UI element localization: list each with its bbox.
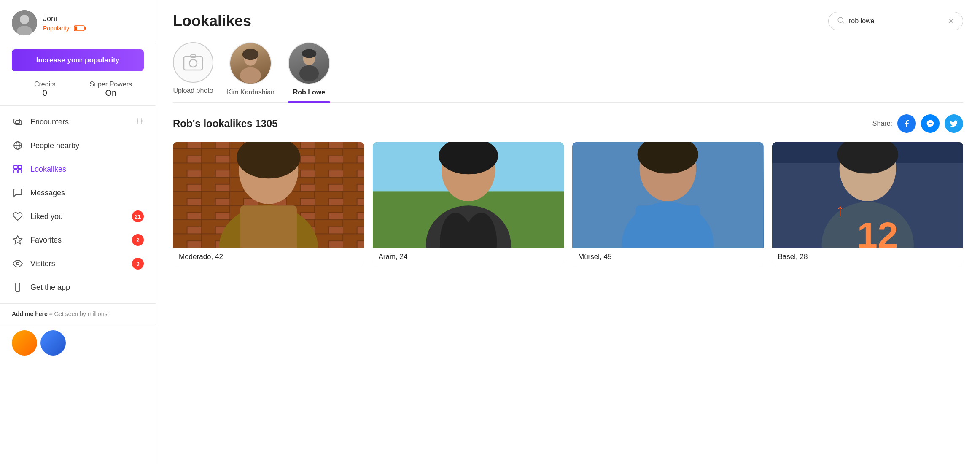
svg-rect-6: [14, 119, 20, 123]
sidebar-item-messages-label: Messages: [30, 189, 144, 197]
person-card-mursel-name: Mürsel, 45: [572, 248, 764, 266]
sidebar-item-liked-you[interactable]: Liked you 21: [0, 205, 156, 228]
share-messenger-button[interactable]: [921, 114, 940, 133]
svg-point-25: [838, 17, 843, 22]
sidebar-item-visitors-label: Visitors: [30, 259, 125, 268]
svg-rect-5: [75, 26, 77, 30]
sidebar-item-lookalikes[interactable]: Lookalikes: [0, 157, 156, 181]
nav-menu: Encounters People ne: [0, 106, 156, 304]
celeb-tabs: Upload photo Kim Kardashian: [173, 42, 963, 103]
share-label: Share:: [872, 120, 892, 127]
sidebar-item-encounters[interactable]: Encounters: [0, 110, 156, 134]
rob-lowe-label: Rob Lowe: [293, 89, 325, 96]
search-input[interactable]: [849, 17, 944, 25]
credits-label: Credits: [34, 81, 56, 88]
svg-rect-20: [18, 170, 22, 173]
person-card-moderado-photo: [173, 142, 364, 248]
person-card-moderado[interactable]: Moderado, 42: [173, 142, 364, 266]
favorites-badge: 2: [132, 234, 144, 246]
mini-avatar-blue: [40, 330, 66, 356]
svg-rect-58: [636, 205, 700, 248]
sidebar-item-liked-you-label: Liked you: [30, 212, 125, 221]
svg-point-28: [189, 59, 197, 67]
sidebar-item-favorites-label: Favorites: [30, 236, 125, 245]
svg-marker-21: [13, 236, 22, 244]
sidebar-item-people-nearby-label: People nearby: [30, 141, 144, 150]
visitors-badge: 9: [132, 258, 144, 270]
page-title: Lookalikes: [173, 12, 251, 30]
svg-point-22: [16, 262, 19, 265]
svg-point-37: [302, 49, 317, 58]
celeb-tab-rob[interactable]: Rob Lowe: [288, 42, 330, 102]
star-icon: [12, 234, 24, 246]
profile-info: Joni Popularity:: [43, 14, 86, 32]
credits-item: Credits 0: [12, 81, 78, 98]
search-clear-button[interactable]: ✕: [948, 16, 954, 26]
results-title: Rob's lookalikes 1305: [173, 118, 278, 129]
superpowers-value: On: [105, 88, 116, 98]
person-card-aram-name: Aram, 24: [373, 248, 564, 266]
person-card-basel-name: Basel, 28: [772, 248, 964, 266]
person-card-mursel[interactable]: Mürsel, 45: [572, 142, 764, 266]
svg-rect-17: [14, 165, 17, 169]
search-box[interactable]: ✕: [828, 12, 963, 30]
sidebar-item-encounters-label: Encounters: [30, 118, 129, 127]
svg-rect-7: [16, 121, 22, 125]
card-icon: [12, 116, 24, 128]
sidebar-item-get-app-label: Get the app: [30, 283, 144, 292]
popularity-row: Popularity:: [43, 25, 86, 32]
svg-text:12: 12: [857, 215, 898, 248]
heart-icon: [12, 210, 24, 222]
svg-point-36: [299, 65, 319, 81]
sidebar-item-favorites[interactable]: Favorites 2: [0, 228, 156, 252]
add-me-suffix: Get seen by millions!: [54, 310, 109, 317]
add-me-dash: –: [48, 310, 54, 317]
page-header: Lookalikes ✕: [173, 12, 963, 30]
liked-you-badge: 21: [132, 210, 144, 222]
svg-point-32: [240, 67, 261, 84]
person-card-basel[interactable]: 12 ↑ Basel, 28: [772, 142, 964, 266]
profile-name: Joni: [43, 14, 86, 23]
sidebar-bottom-avatars: [0, 324, 156, 361]
superpowers-label: Super Powers: [90, 81, 132, 88]
person-card-mursel-photo: [572, 142, 764, 248]
svg-rect-27: [184, 57, 202, 70]
superpowers-item: Super Powers On: [78, 81, 144, 98]
globe-icon: [12, 140, 24, 151]
phone-icon: [12, 281, 24, 293]
mini-avatar-orange: [12, 330, 37, 356]
kim-kardashian-label: Kim Kardashian: [227, 89, 275, 96]
sidebar-item-get-app[interactable]: Get the app: [0, 275, 156, 299]
svg-rect-4: [85, 27, 86, 30]
celeb-tab-upload[interactable]: Upload photo: [173, 42, 213, 102]
increase-popularity-button[interactable]: Increase your popularity: [12, 49, 144, 71]
person-card-basel-photo: 12 ↑: [772, 142, 964, 248]
add-me-section: Add me here – Get seen by millions!: [0, 304, 156, 324]
credits-row: Credits 0 Super Powers On: [0, 77, 156, 106]
sidebar: Joni Popularity: Increase your popularit…: [0, 0, 156, 464]
add-me-prefix: Add me here: [12, 310, 48, 317]
lookalikes-icon: [12, 163, 24, 175]
sidebar-item-people-nearby[interactable]: People nearby: [0, 134, 156, 157]
kim-kardashian-avatar: [229, 42, 272, 84]
cards-grid: Moderado, 42 Aram, 24: [173, 142, 963, 266]
svg-point-1: [20, 15, 29, 24]
person-card-aram[interactable]: Aram, 24: [373, 142, 564, 266]
sidebar-item-lookalikes-label: Lookalikes: [30, 165, 144, 174]
person-card-moderado-name: Moderado, 42: [173, 248, 364, 266]
sidebar-item-messages[interactable]: Messages: [0, 181, 156, 205]
share-twitter-button[interactable]: [945, 114, 963, 133]
credits-value: 0: [43, 88, 47, 98]
svg-rect-23: [16, 283, 20, 291]
sidebar-profile: Joni Popularity:: [0, 0, 156, 43]
upload-photo-label: Upload photo: [173, 87, 213, 94]
sidebar-item-visitors[interactable]: Visitors 9: [0, 252, 156, 275]
share-row: Share:: [872, 114, 963, 133]
svg-rect-45: [240, 205, 297, 248]
svg-point-8: [137, 120, 138, 121]
message-icon: [12, 187, 24, 199]
share-facebook-button[interactable]: [897, 114, 916, 133]
svg-line-26: [842, 22, 843, 23]
main-content: Lookalikes ✕ Upload photo: [156, 0, 980, 464]
celeb-tab-kim[interactable]: Kim Kardashian: [227, 42, 275, 102]
